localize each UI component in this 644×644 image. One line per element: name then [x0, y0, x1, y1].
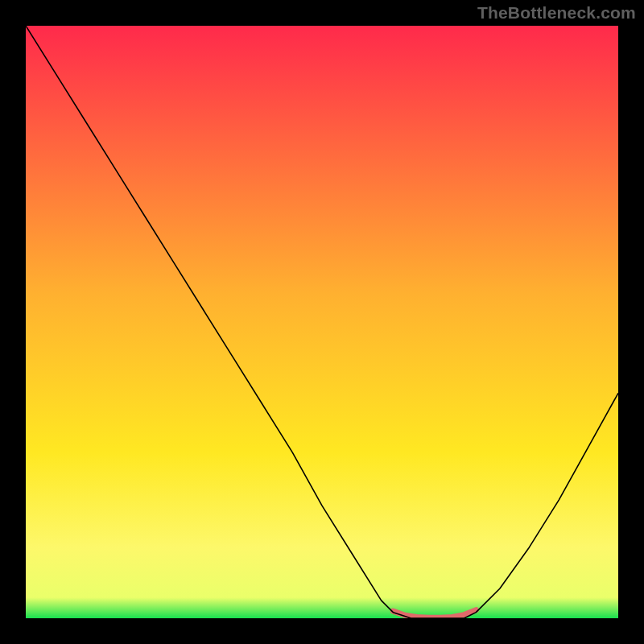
plot-area [26, 26, 618, 618]
gradient-background [26, 26, 618, 618]
watermark-label: TheBottleneck.com [477, 3, 636, 23]
chart-frame: TheBottleneck.com [0, 0, 644, 644]
chart-svg [26, 26, 618, 618]
